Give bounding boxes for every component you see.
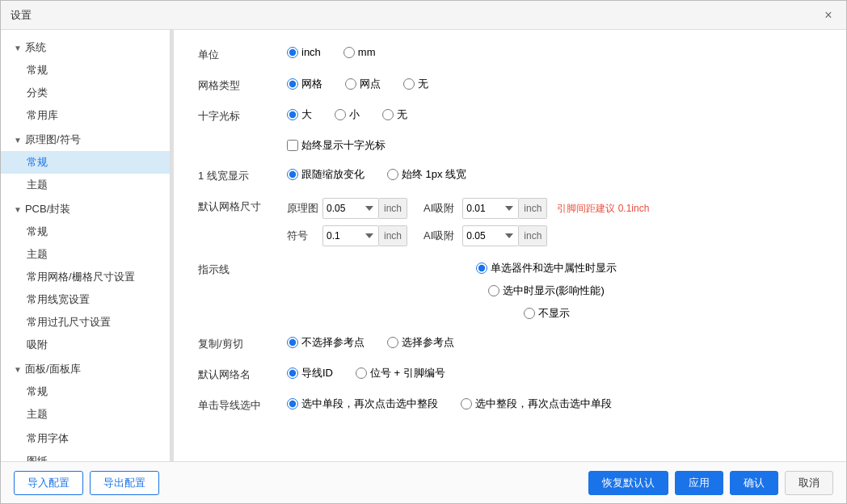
cancel-button[interactable]: 取消 <box>785 471 833 495</box>
sidebar-item-pcb-line-width[interactable]: 常用线宽设置 <box>1 288 170 311</box>
schematic-label: 原理图 <box>287 201 319 216</box>
sidebar-item-system-category[interactable]: 分类 <box>1 82 170 104</box>
single-wire-segment-radio[interactable] <box>287 398 298 410</box>
sidebar-group-title-system[interactable]: ▼ 系统 <box>1 36 170 59</box>
symbol-ai-label: AI吸附 <box>424 229 454 243</box>
unit-label: 单位 <box>198 46 287 62</box>
grid-type-none-option[interactable]: 无 <box>403 77 428 91</box>
copy-cut-ref-option[interactable]: 选择参考点 <box>387 335 454 350</box>
sidebar-item-system-general[interactable]: 常规 <box>1 59 170 82</box>
copy-cut-no-ref-radio[interactable] <box>287 337 298 348</box>
single-wire-row: 单击导线选中 选中单段，再次点击选中整段 选中整段，再次点击选中单段 <box>198 397 822 413</box>
unit-inch-option[interactable]: inch <box>287 46 321 58</box>
line-width-1px-label: 始终 1px 线宽 <box>402 167 466 182</box>
single-wire-whole-option[interactable]: 选中整段，再次点击选中单段 <box>461 397 612 411</box>
sidebar-item-drawing[interactable]: 图纸 <box>1 450 170 461</box>
copy-cut-no-ref-option[interactable]: 不选择参考点 <box>287 335 365 350</box>
grid-type-grid-option[interactable]: 网格 <box>287 77 322 91</box>
copy-cut-controls: 不选择参考点 选择参考点 <box>287 335 822 350</box>
unit-mm-radio[interactable] <box>343 47 355 58</box>
always-crosshair-checkbox-option[interactable]: 始终显示十字光标 <box>287 138 386 153</box>
line-width-1px-radio[interactable] <box>387 169 398 180</box>
line-width-follow-option[interactable]: 跟随缩放变化 <box>287 167 365 182</box>
indicator-option1[interactable]: 单选器件和选中属性时显示 <box>476 261 617 275</box>
indicator-option2[interactable]: 选中时显示(影响性能) <box>488 284 605 298</box>
sidebar-item-pcb-grid-settings[interactable]: 常用网格/栅格尺寸设置 <box>1 266 170 288</box>
indicator-radio3[interactable] <box>524 308 535 319</box>
default-net-pin-option[interactable]: 位号 + 引脚编号 <box>356 366 445 380</box>
single-wire-segment-option[interactable]: 选中单段，再次点击选中整段 <box>287 397 438 411</box>
always-crosshair-checkbox[interactable] <box>287 140 298 151</box>
sidebar-item-system-common-lib[interactable]: 常用库 <box>1 104 170 127</box>
sidebar-item-common-font[interactable]: 常用字体 <box>1 427 170 450</box>
indicator-label2: 选中时显示(影响性能) <box>503 284 605 298</box>
sidebar-item-panel-theme[interactable]: 主题 <box>1 403 170 426</box>
indicator-label3: 不显示 <box>538 306 570 321</box>
sidebar-item-pcb-theme[interactable]: 主题 <box>1 243 170 266</box>
schematic-ai-select[interactable]: 0.01 0.05 0.025 <box>462 198 519 219</box>
import-config-button[interactable]: 导入配置 <box>14 471 83 495</box>
unit-mm-option[interactable]: mm <box>343 46 376 58</box>
sidebar: ▼ 系统 常规 分类 常用库 ▼ 原理图/符号 常规 主题 <box>1 30 171 461</box>
line-width-follow-radio[interactable] <box>287 169 298 180</box>
schematic-input-group: 0.05 0.1 0.025 inch <box>322 198 407 219</box>
single-wire-label: 单击导线选中 <box>198 397 287 413</box>
crosshair-large-radio[interactable] <box>287 109 298 120</box>
default-net-wireid-option[interactable]: 导线ID <box>287 366 333 380</box>
indicator-option3[interactable]: 不显示 <box>524 306 570 321</box>
schematic-value-select[interactable]: 0.05 0.1 0.025 <box>322 198 379 219</box>
unit-inch-label: inch <box>301 46 321 58</box>
line-width-1px-option[interactable]: 始终 1px 线宽 <box>387 167 466 182</box>
sidebar-group-title-schematic[interactable]: ▼ 原理图/符号 <box>1 128 170 151</box>
sidebar-group-schematic: ▼ 原理图/符号 常规 主题 <box>1 128 170 196</box>
schematic-grid-row: 原理图 0.05 0.1 0.025 inch AI吸附 <box>287 198 649 219</box>
crosshair-large-option[interactable]: 大 <box>287 107 312 122</box>
grid-type-grid-label: 网格 <box>301 77 322 91</box>
symbol-input-group: 0.1 0.05 0.025 inch <box>322 225 407 246</box>
sidebar-group-label-panel: 面板/面板库 <box>25 362 81 376</box>
default-grid-label: 默认网格尺寸 <box>198 198 287 214</box>
default-net-wireid-radio[interactable] <box>287 368 298 379</box>
restore-default-button[interactable]: 恢复默认认 <box>588 471 668 495</box>
sidebar-item-panel-general[interactable]: 常规 <box>1 380 170 403</box>
crosshair-none-radio[interactable] <box>382 109 394 120</box>
crosshair-small-label: 小 <box>349 107 360 122</box>
crosshair-label: 十字光标 <box>198 107 287 124</box>
sidebar-item-schematic-general[interactable]: 常规 <box>1 151 170 174</box>
symbol-ai-select[interactable]: 0.05 0.01 0.025 <box>462 225 519 246</box>
sidebar-item-schematic-theme[interactable]: 主题 <box>1 174 170 196</box>
confirm-button[interactable]: 确认 <box>730 471 778 495</box>
symbol-value-select[interactable]: 0.1 0.05 0.025 <box>322 225 379 246</box>
crosshair-small-option[interactable]: 小 <box>335 107 360 122</box>
sidebar-group-title-panel[interactable]: ▼ 面板/面板库 <box>1 358 170 380</box>
apply-button[interactable]: 应用 <box>675 471 723 495</box>
sidebar-item-pcb-snap[interactable]: 吸附 <box>1 334 170 356</box>
sidebar-item-pcb-via-size[interactable]: 常用过孔尺寸设置 <box>1 311 170 334</box>
indicator-radio2[interactable] <box>488 285 499 296</box>
grid-type-dot-radio[interactable] <box>345 78 356 90</box>
grid-type-grid-radio[interactable] <box>287 78 298 90</box>
copy-cut-ref-radio[interactable] <box>387 337 398 348</box>
default-net-pin-label: 位号 + 引脚编号 <box>370 366 445 380</box>
copy-cut-no-ref-label: 不选择参考点 <box>301 335 365 350</box>
copy-cut-label: 复制/剪切 <box>198 335 287 351</box>
unit-controls: inch mm <box>287 46 822 58</box>
export-config-button[interactable]: 导出配置 <box>90 471 159 495</box>
default-net-wireid-label: 导线ID <box>301 366 333 380</box>
grid-type-dot-option[interactable]: 网点 <box>345 77 381 91</box>
indicator-radio1[interactable] <box>476 262 487 274</box>
line-width-controls: 跟随缩放变化 始终 1px 线宽 <box>287 167 822 182</box>
unit-inch-radio[interactable] <box>287 47 298 58</box>
default-net-pin-radio[interactable] <box>356 368 367 379</box>
symbol-label: 符号 <box>287 229 319 243</box>
crosshair-none-option[interactable]: 无 <box>382 107 407 122</box>
close-button[interactable]: × <box>820 7 836 23</box>
crosshair-none-label: 无 <box>397 107 407 122</box>
single-wire-whole-radio[interactable] <box>461 398 472 410</box>
symbol-unit-label: inch <box>379 225 407 246</box>
sidebar-group-title-pcb[interactable]: ▼ PCB/封装 <box>1 198 170 220</box>
crosshair-small-radio[interactable] <box>335 109 346 120</box>
sidebar-item-pcb-general[interactable]: 常规 <box>1 220 170 243</box>
grid-type-none-radio[interactable] <box>403 78 415 90</box>
content-area: 单位 inch mm 网格类型 <box>174 30 846 461</box>
